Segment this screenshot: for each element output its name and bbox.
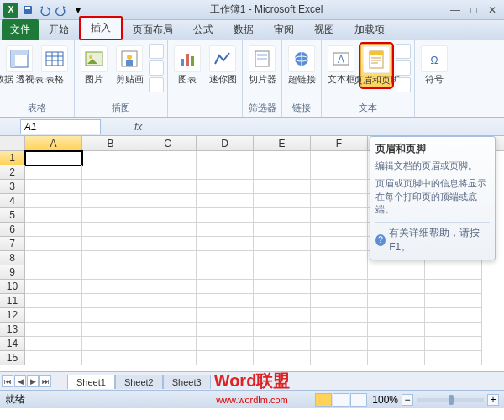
sheet-tab-1[interactable]: Sheet1 xyxy=(67,375,115,389)
tab-file[interactable]: 文件 xyxy=(2,19,39,40)
row-header[interactable]: 14 xyxy=(0,337,25,351)
cell[interactable] xyxy=(254,180,311,194)
cell[interactable] xyxy=(254,351,311,365)
formula-input[interactable] xyxy=(147,119,499,134)
cell[interactable] xyxy=(25,280,82,294)
sheet-nav-last[interactable]: ⏭ xyxy=(39,375,51,387)
cell[interactable] xyxy=(139,237,197,251)
cell[interactable] xyxy=(197,337,254,351)
cell[interactable] xyxy=(311,208,368,223)
cell[interactable] xyxy=(311,265,368,280)
row-header[interactable]: 12 xyxy=(0,308,25,323)
cell[interactable] xyxy=(197,165,254,180)
row-header[interactable]: 3 xyxy=(0,180,25,194)
tab-formulas[interactable]: 公式 xyxy=(183,19,223,40)
cell[interactable] xyxy=(254,151,311,165)
sheet-nav-first[interactable]: ⏮ xyxy=(2,375,13,387)
cell[interactable] xyxy=(197,251,254,265)
tab-page-layout[interactable]: 页面布局 xyxy=(123,19,183,40)
minimize-button[interactable]: — xyxy=(447,3,464,17)
cell[interactable] xyxy=(197,180,254,194)
cell[interactable] xyxy=(139,194,197,208)
sheet-nav-next[interactable]: ▶ xyxy=(27,375,39,387)
zoom-out-button[interactable]: − xyxy=(402,394,413,406)
cell[interactable] xyxy=(197,151,254,165)
cell[interactable] xyxy=(311,323,368,337)
tab-insert[interactable]: 插入 xyxy=(79,16,123,40)
cell[interactable] xyxy=(139,337,197,351)
cell[interactable] xyxy=(425,323,482,337)
cell[interactable] xyxy=(368,294,425,308)
row-header[interactable]: 7 xyxy=(0,237,25,251)
hyperlink-button[interactable]: 超链接 xyxy=(286,44,318,86)
cell[interactable] xyxy=(25,194,82,208)
view-normal-button[interactable] xyxy=(315,393,332,407)
cell[interactable] xyxy=(25,165,82,180)
row-header[interactable]: 5 xyxy=(0,208,25,223)
zoom-slider[interactable] xyxy=(417,398,484,402)
fx-icon[interactable]: fx xyxy=(134,121,142,133)
cell[interactable] xyxy=(139,208,197,223)
cell[interactable] xyxy=(139,323,197,337)
cell[interactable] xyxy=(25,323,82,337)
cell[interactable] xyxy=(139,280,197,294)
header-footer-button[interactable]: 页眉和页脚 xyxy=(360,44,392,87)
pivot-table-button[interactable]: 数据 透视表 xyxy=(3,44,35,86)
row-header[interactable]: 1 xyxy=(0,151,25,165)
cell[interactable] xyxy=(25,351,82,365)
cell[interactable] xyxy=(254,294,311,308)
cell[interactable] xyxy=(197,351,254,365)
cell[interactable] xyxy=(25,251,82,265)
cell[interactable] xyxy=(25,208,82,223)
textbox-button[interactable]: A 文本框 xyxy=(325,44,357,86)
cell[interactable] xyxy=(82,237,139,251)
view-layout-button[interactable] xyxy=(333,393,349,407)
cell[interactable] xyxy=(82,208,139,223)
clipart-button[interactable]: 剪贴画 xyxy=(113,44,145,86)
tab-view[interactable]: 视图 xyxy=(304,19,344,40)
cell[interactable] xyxy=(82,265,139,280)
shapes-menu[interactable] xyxy=(149,44,164,92)
slicer-button[interactable]: 切片器 xyxy=(246,44,278,86)
cell[interactable] xyxy=(139,165,197,180)
cell[interactable] xyxy=(82,165,139,180)
sheet-tab-2[interactable]: Sheet2 xyxy=(115,375,163,389)
close-button[interactable]: ✕ xyxy=(484,3,501,17)
row-header[interactable]: 6 xyxy=(0,223,25,237)
cell[interactable] xyxy=(197,265,254,280)
cell[interactable] xyxy=(254,165,311,180)
cell[interactable] xyxy=(425,337,482,351)
col-header-f[interactable]: F xyxy=(311,136,368,150)
cell[interactable] xyxy=(82,251,139,265)
cell[interactable] xyxy=(197,208,254,223)
tab-home[interactable]: 开始 xyxy=(39,19,79,40)
col-header-a[interactable]: A xyxy=(25,136,82,150)
cell[interactable] xyxy=(25,265,82,280)
redo-icon[interactable] xyxy=(54,3,69,18)
cell[interactable] xyxy=(311,151,368,165)
cell[interactable] xyxy=(368,351,425,365)
cell[interactable] xyxy=(425,280,482,294)
cell[interactable] xyxy=(254,223,311,237)
cell[interactable] xyxy=(82,337,139,351)
cell[interactable] xyxy=(311,251,368,265)
symbol-button[interactable]: Ω 符号 xyxy=(418,44,450,86)
tab-data[interactable]: 数据 xyxy=(223,19,264,40)
cell[interactable] xyxy=(25,337,82,351)
cell[interactable] xyxy=(254,280,311,294)
cell[interactable] xyxy=(311,180,368,194)
save-icon[interactable] xyxy=(20,3,35,18)
cell[interactable] xyxy=(25,151,82,165)
cell[interactable] xyxy=(139,223,197,237)
cell[interactable] xyxy=(139,351,197,365)
cell[interactable] xyxy=(139,180,197,194)
cell[interactable] xyxy=(254,308,311,323)
zoom-thumb[interactable] xyxy=(449,395,454,405)
cell[interactable] xyxy=(25,223,82,237)
cell[interactable] xyxy=(82,223,139,237)
sheet-nav-prev[interactable]: ◀ xyxy=(14,375,26,387)
cell[interactable] xyxy=(139,265,197,280)
cell[interactable] xyxy=(425,294,482,308)
table-button[interactable]: 表格 xyxy=(39,44,71,86)
cell[interactable] xyxy=(197,280,254,294)
